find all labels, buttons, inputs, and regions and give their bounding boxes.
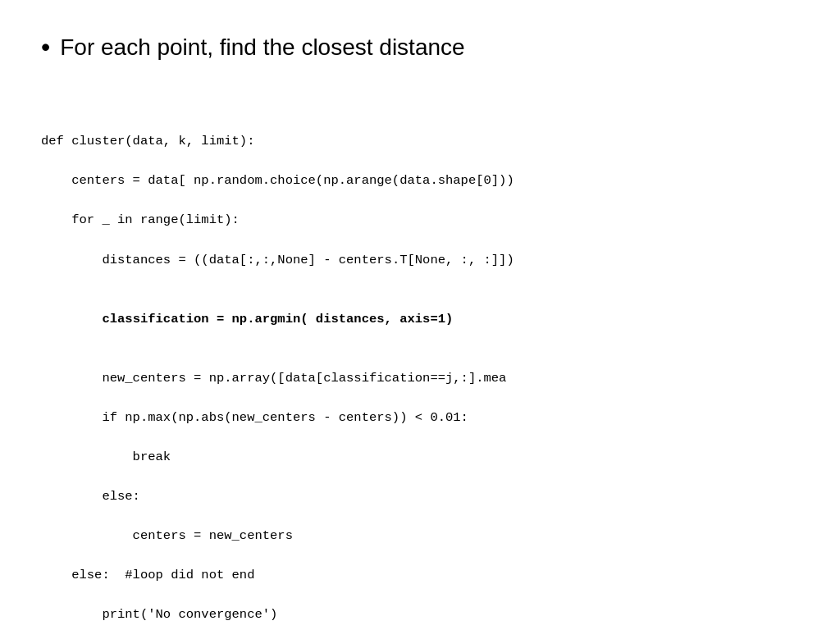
bullet-item: • For each point, find the closest dista… <box>41 33 799 62</box>
code-line-3: for _ in range(limit): <box>41 212 240 227</box>
code-line-4b: :,None] - centers.T[None, :, :]]) <box>262 253 514 267</box>
code-line-5-bold: classification = np.argmin( distances, a… <box>102 312 453 326</box>
bullet-section: • For each point, find the closest dista… <box>41 33 799 62</box>
code-line-12: print('No convergence') <box>41 607 277 622</box>
code-line-2: centers = data[ np.random.choice(np.aran… <box>41 173 514 188</box>
code-line-1: def cluster(data, k, limit): <box>41 134 254 148</box>
code-block: def cluster(data, k, limit): centers = d… <box>41 112 799 630</box>
bullet-dot: • <box>41 33 50 62</box>
code-line-9: else: <box>41 489 140 504</box>
code-line-8: break <box>41 450 171 464</box>
code-line-6: new_centers = np.array([data[classificat… <box>41 371 506 386</box>
code-line-4: distances = ((data[:,:,None] - centers.T… <box>41 253 514 267</box>
code-line-11: else: #loop did not end <box>41 568 254 582</box>
code-line-10: centers = new_centers <box>41 528 293 543</box>
code-line-5: classification = np.argmin( distances, a… <box>41 312 453 326</box>
slide-container: • For each point, find the closest dista… <box>0 0 840 630</box>
code-line-7: if np.max(np.abs(new_centers - centers))… <box>41 410 468 425</box>
bullet-text: For each point, find the closest distanc… <box>60 33 464 62</box>
